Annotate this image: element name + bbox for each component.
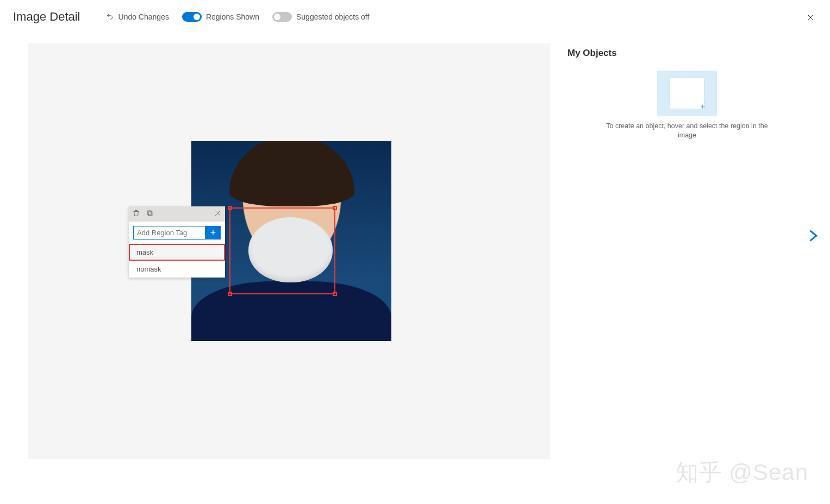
undo-changes-button[interactable]: Undo Changes xyxy=(105,12,169,22)
suggested-objects-toggle[interactable]: Suggested objects off xyxy=(272,12,369,22)
suggested-label: Suggested objects off xyxy=(296,12,369,21)
trash-icon xyxy=(132,209,140,217)
chevron-right-icon xyxy=(805,236,820,245)
undo-icon xyxy=(105,12,114,22)
resize-handle-bl[interactable] xyxy=(228,292,232,296)
my-objects-panel: My Objects + To create an object, hover … xyxy=(567,43,807,140)
tag-option-mask[interactable]: mask xyxy=(129,244,225,261)
add-tag-button[interactable]: + xyxy=(205,226,221,240)
copy-icon xyxy=(146,209,154,217)
close-icon xyxy=(806,14,815,23)
page-title: Image Detail xyxy=(13,10,80,24)
close-popup-button[interactable] xyxy=(214,209,222,219)
plus-corner-icon: + xyxy=(700,102,705,111)
region-tag-input[interactable] xyxy=(133,226,205,240)
region-tag-popup: + mask nomask xyxy=(129,206,225,278)
delete-region-button[interactable] xyxy=(132,209,140,219)
resize-handle-tr[interactable] xyxy=(333,206,337,210)
my-objects-title: My Objects xyxy=(567,48,807,59)
resize-handle-tl[interactable] xyxy=(228,206,232,210)
close-button[interactable] xyxy=(806,13,815,24)
create-object-hint: To create an object, hover and select th… xyxy=(606,122,769,140)
toggle-off-icon xyxy=(272,12,292,22)
duplicate-region-button[interactable] xyxy=(146,209,154,219)
close-icon xyxy=(214,209,222,217)
region-bounding-box[interactable] xyxy=(229,207,335,294)
watermark: 知乎 @Sean xyxy=(676,457,808,488)
toggle-on-icon xyxy=(182,12,202,22)
regions-label: Regions Shown xyxy=(206,12,259,21)
dashed-region-icon: + xyxy=(670,78,704,109)
tag-option-nomask[interactable]: nomask xyxy=(129,261,225,278)
image-canvas[interactable]: + mask nomask xyxy=(28,43,550,459)
svg-rect-0 xyxy=(148,212,152,216)
undo-label: Undo Changes xyxy=(118,12,169,21)
svg-rect-1 xyxy=(147,211,151,215)
resize-handle-br[interactable] xyxy=(333,292,337,296)
create-object-placeholder[interactable]: + xyxy=(657,71,717,116)
regions-toggle[interactable]: Regions Shown xyxy=(182,12,259,22)
plus-icon: + xyxy=(210,227,216,238)
next-image-button[interactable] xyxy=(805,228,820,245)
